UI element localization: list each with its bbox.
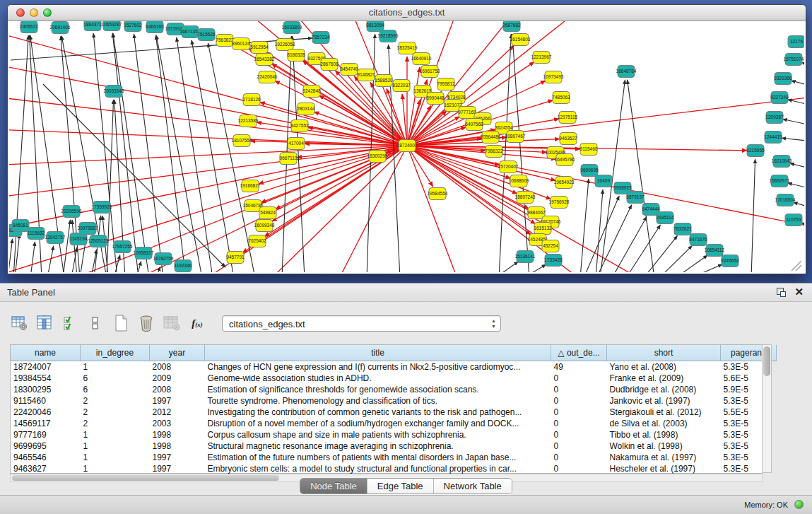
table-row[interactable]: 1938455462009Genome-wide association stu… bbox=[11, 373, 777, 384]
table-cell[interactable]: 2003 bbox=[150, 418, 205, 429]
graph-node[interactable]: 22420046 bbox=[257, 71, 278, 83]
table-cell[interactable]: 22420046 bbox=[11, 407, 81, 418]
row-height-icon[interactable] bbox=[86, 314, 105, 332]
table-cell[interactable]: Tibbo et al. (1998) bbox=[607, 429, 721, 440]
table-cell[interactable]: 0 bbox=[551, 384, 607, 395]
table-selector[interactable]: citations_edges.txt ▲▼ bbox=[222, 315, 501, 332]
graph-node[interactable]: 6466160 bbox=[146, 21, 164, 33]
graph-node[interactable]: 9463627 bbox=[559, 133, 577, 145]
citation-edge-black[interactable] bbox=[114, 255, 120, 272]
graph-node[interactable]: 2405572 bbox=[20, 21, 38, 33]
table-cell[interactable]: 1 bbox=[81, 452, 150, 463]
graph-node[interactable]: 12176 bbox=[788, 36, 804, 48]
table-cell[interactable]: 9463627 bbox=[11, 463, 81, 474]
table-cell[interactable]: de Silva et al. (2003) bbox=[607, 418, 721, 429]
column-header-title[interactable]: title bbox=[205, 345, 551, 361]
graph-node[interactable]: 16154803 bbox=[510, 34, 531, 46]
graph-node[interactable]: 8186328 bbox=[287, 49, 305, 62]
graph-node[interactable]: 17957255 bbox=[112, 241, 133, 253]
delete-icon[interactable] bbox=[137, 314, 155, 332]
citation-edge-black[interactable] bbox=[626, 225, 660, 272]
graph-node[interactable]: 9215955 bbox=[746, 145, 765, 157]
table-cell[interactable]: 0 bbox=[551, 429, 607, 440]
table-cell[interactable]: 2 bbox=[81, 418, 150, 429]
table-cell[interactable]: 2 bbox=[81, 407, 150, 418]
graph-node[interactable]: 10653287 bbox=[102, 21, 122, 31]
column-header-out-de-[interactable]: △ out_de... bbox=[551, 345, 607, 361]
column-header-short[interactable]: short bbox=[607, 345, 721, 361]
table-cell[interactable]: Corpus callosum shape and size in male p… bbox=[205, 429, 551, 440]
graph-node[interactable]: 2935114 bbox=[657, 212, 674, 224]
citation-edge-black[interactable] bbox=[580, 179, 589, 272]
table-cell[interactable]: 1 bbox=[81, 361, 150, 373]
graph-node[interactable]: 845081 bbox=[12, 220, 29, 232]
table-cell[interactable]: 0 bbox=[551, 407, 607, 418]
close-panel-icon[interactable]: ✕ bbox=[794, 286, 804, 297]
graph-node[interactable]: 18300295 bbox=[367, 151, 388, 163]
tab-network-table[interactable]: Network Table bbox=[434, 479, 512, 493]
table-cell[interactable]: 6 bbox=[81, 384, 150, 395]
citation-edge-black[interactable] bbox=[9, 239, 13, 272]
window-close-button[interactable] bbox=[16, 8, 25, 17]
table-cell[interactable]: Tourette syndrome. Phenomenology and cla… bbox=[205, 395, 551, 407]
graph-node[interactable]: 18807243 bbox=[515, 192, 536, 204]
table-cell[interactable]: 2009 bbox=[150, 373, 205, 384]
citation-edge-red[interactable] bbox=[9, 146, 407, 238]
graph-node[interactable]: 8454749 bbox=[340, 64, 358, 76]
citation-edge-black[interactable] bbox=[495, 262, 518, 272]
citation-edge-black[interactable] bbox=[783, 119, 804, 127]
table-cell[interactable]: 2 bbox=[81, 395, 150, 407]
column-header-year[interactable]: year bbox=[150, 345, 205, 361]
graph-node[interactable]: 12975115 bbox=[558, 112, 578, 124]
table-cell[interactable]: 1997 bbox=[150, 395, 205, 407]
citation-edge-red[interactable] bbox=[407, 146, 804, 234]
graph-node[interactable]: 12213967 bbox=[531, 52, 552, 64]
table-cell[interactable]: 0 bbox=[551, 373, 607, 384]
graph-node[interactable]: 7515526 bbox=[197, 29, 216, 41]
function-builder-icon[interactable]: f(x) bbox=[188, 314, 206, 332]
graph-node[interactable]: 6497568 bbox=[465, 119, 483, 131]
graph-node[interactable]: 17359928 bbox=[92, 201, 112, 214]
table-cell[interactable]: 0 bbox=[551, 395, 607, 407]
graph-node[interactable]: 15751074 bbox=[784, 54, 804, 66]
tab-node-table[interactable]: Node Table bbox=[300, 479, 367, 493]
graph-node[interactable]: 19226058 bbox=[275, 39, 295, 51]
graph-node[interactable]: 1615132 bbox=[534, 223, 552, 235]
network-canvas[interactable]: 1872400775638228960124591295419226058818… bbox=[9, 21, 804, 272]
table-cell[interactable]: Disruption of a novel member of a sodium… bbox=[205, 418, 551, 429]
graph-node[interactable]: 19756928 bbox=[549, 197, 570, 209]
graph-node[interactable]: 5912954 bbox=[250, 42, 269, 54]
graph-node[interactable]: 20206596 bbox=[61, 206, 82, 218]
table-cell[interactable]: Genome-wide association studies in ADHD. bbox=[205, 373, 551, 384]
graph-node[interactable]: 452254 bbox=[542, 240, 559, 252]
table-cell[interactable]: Jankovic et al. (1997) bbox=[607, 395, 721, 407]
window-minimize-button[interactable] bbox=[30, 8, 38, 17]
graph-node[interactable]: 16648784 bbox=[616, 66, 637, 78]
resize-grip-icon[interactable] bbox=[792, 261, 801, 271]
graph-node[interactable]: 7563822 bbox=[216, 35, 234, 47]
graph-node[interactable]: 1145194 bbox=[70, 233, 88, 245]
table-cell[interactable]: Dudbridge et al. (2008) bbox=[607, 384, 721, 395]
graph-node[interactable]: 15720407 bbox=[498, 161, 519, 173]
graph-node[interactable]: 1209387 bbox=[765, 112, 784, 124]
citation-edge-black[interactable] bbox=[794, 202, 804, 210]
table-cell[interactable]: 18724007 bbox=[11, 361, 81, 373]
vertical-scrollbar[interactable] bbox=[762, 344, 772, 473]
citation-edge-black[interactable] bbox=[659, 245, 692, 272]
tab-edge-table[interactable]: Edge Table bbox=[367, 479, 434, 493]
citation-edge-black[interactable] bbox=[72, 220, 77, 272]
table-cell[interactable]: 1998 bbox=[150, 440, 205, 452]
table-cell[interactable]: 0 bbox=[551, 452, 607, 463]
citation-edge-black[interactable] bbox=[691, 264, 722, 272]
table-cell[interactable]: 9777169 bbox=[11, 429, 81, 440]
graph-node[interactable]: 7955812 bbox=[437, 78, 455, 90]
table-row[interactable]: 969969511998Structural magnetic resonanc… bbox=[11, 440, 777, 452]
graph-node[interactable]: 18325419 bbox=[397, 42, 418, 54]
table-cell[interactable]: 1997 bbox=[150, 463, 205, 474]
table-cell[interactable]: Yano et al. (2008) bbox=[607, 361, 721, 373]
table-cell[interactable]: 1997 bbox=[150, 452, 205, 463]
graph-node[interactable]: 2718126 bbox=[242, 94, 261, 106]
citation-edge-black[interactable] bbox=[134, 34, 163, 272]
window-titlebar[interactable]: citations_edges.txt bbox=[8, 5, 806, 21]
citation-edge-black[interactable] bbox=[790, 163, 804, 171]
